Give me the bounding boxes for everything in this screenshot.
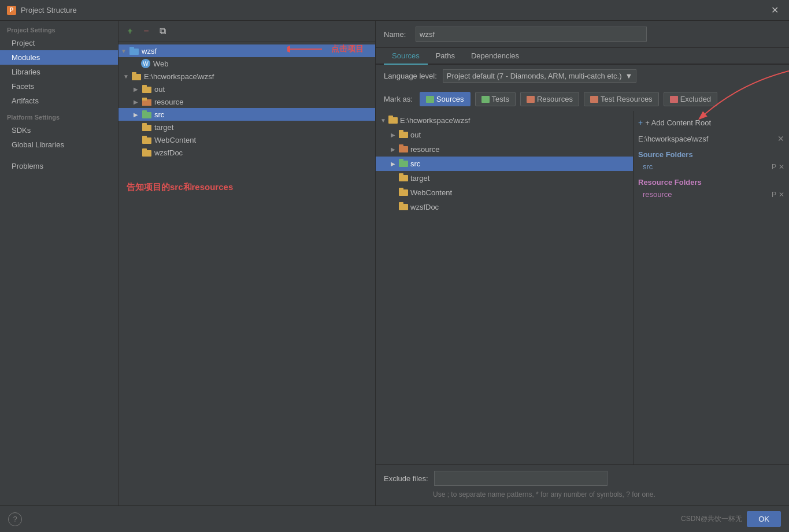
- copy-module-button[interactable]: ⧉: [155, 24, 169, 38]
- sources-tree-src[interactable]: ▶ src: [376, 157, 633, 171]
- sources-tree-root: ▼ E:\hcworkspace\wzsf: [376, 113, 633, 128]
- mark-excluded-button[interactable]: Excluded: [664, 92, 717, 106]
- project-settings-header: Project Settings: [0, 21, 118, 36]
- source-folder-src-label: src: [643, 162, 653, 171]
- annotation-click-text: 点击项目: [331, 44, 364, 54]
- excluded-mark-icon: [670, 96, 678, 103]
- tree-label-webcontent: WebContent: [154, 136, 196, 144]
- mark-test-resources-button[interactable]: Test Resources: [584, 92, 659, 106]
- tree-item-src[interactable]: ▶ src: [118, 108, 375, 121]
- tree-label-root-path: E:\hcworkspace\wzsf: [144, 72, 214, 81]
- main-content: Project Settings Project Modules Librari…: [0, 21, 789, 505]
- sidebar-item-sdks[interactable]: SDKs: [0, 123, 118, 137]
- tree-label-src: src: [154, 110, 164, 119]
- ok-button[interactable]: OK: [747, 511, 781, 527]
- red-arrow-svg: [287, 43, 328, 55]
- content-root-path-text: E:\hcworkspace\wzsf: [638, 135, 708, 143]
- sources-tree-resource[interactable]: ▶ resource: [376, 142, 633, 157]
- tab-dependencies[interactable]: Dependencies: [463, 48, 527, 65]
- sources-tree: ▼ E:\hcworkspace\wzsf ▶: [376, 111, 633, 464]
- tree-arrow-wzsf: ▼: [121, 48, 129, 54]
- mark-tests-button[interactable]: Tests: [475, 92, 516, 106]
- right-sidebar: + + Add Content Root E:\hcworkspace\wzsf…: [633, 111, 789, 464]
- folder-icon-target: [142, 122, 152, 132]
- close-button[interactable]: ✕: [768, 3, 782, 17]
- sidebar-item-global-libraries[interactable]: Global Libraries: [0, 137, 118, 152]
- remove-module-button[interactable]: −: [139, 24, 153, 38]
- sidebar-item-artifacts[interactable]: Artifacts: [0, 94, 118, 108]
- mark-tests-label: Tests: [492, 95, 509, 103]
- watermark-text: CSDN@共饮一杯无: [681, 514, 742, 524]
- resource-folder-label: resource: [643, 190, 672, 199]
- mark-as-row: Mark as: Sources Tests Resources Test Re…: [376, 87, 789, 111]
- sources-tree-wzsfdoc[interactable]: wzsfDoc: [376, 200, 633, 214]
- sources-webcontent-label: WebContent: [410, 188, 452, 197]
- add-content-root-button[interactable]: + + Add Content Root: [638, 116, 784, 129]
- action-bar: ? CSDN@共饮一杯无 OK: [0, 505, 789, 532]
- folder-icon-out: [142, 84, 152, 94]
- sidebar-item-project[interactable]: Project: [0, 36, 118, 50]
- sources-resource-label: resource: [410, 145, 440, 154]
- tab-paths[interactable]: Paths: [428, 48, 463, 65]
- tree-label-wzsf: wzsf: [142, 47, 157, 55]
- name-input[interactable]: [416, 27, 647, 42]
- sources-wzsfdoc-label: wzsfDoc: [410, 203, 439, 211]
- app-icon: P: [7, 6, 16, 15]
- sidebar-item-libraries[interactable]: Libraries: [0, 65, 118, 79]
- mark-resources-label: Resources: [537, 95, 573, 103]
- source-folder-p-button[interactable]: P: [772, 163, 776, 171]
- remove-content-root-button[interactable]: ✕: [777, 134, 784, 143]
- web-folder-icon: W: [140, 59, 151, 68]
- tree-item-target[interactable]: target: [118, 121, 375, 133]
- content-split: ▼ E:\hcworkspace\wzsf ▶: [376, 111, 789, 464]
- help-button[interactable]: ?: [8, 512, 22, 526]
- folder-icon-wzsf: [129, 46, 139, 55]
- sources-tree-webcontent[interactable]: WebContent: [376, 185, 633, 200]
- resources-mark-icon: [527, 96, 535, 103]
- add-module-button[interactable]: +: [123, 24, 137, 38]
- folder-icon-webcontent: [142, 135, 152, 144]
- tabs-row: Sources Paths Dependencies: [376, 48, 789, 65]
- sources-tree-out[interactable]: ▶ out: [376, 128, 633, 142]
- bottom-section: Exclude files: Use ; to separate name pa…: [376, 464, 789, 505]
- resource-folder-x-button[interactable]: ✕: [779, 191, 784, 199]
- sidebar-item-modules[interactable]: Modules: [0, 50, 118, 65]
- add-icon: +: [638, 118, 643, 127]
- tree-item-web[interactable]: W Web: [118, 57, 375, 70]
- window-title: Project Structure: [21, 6, 77, 14]
- title-bar: P Project Structure ✕: [0, 0, 789, 21]
- sidebar-item-problems[interactable]: Problems: [0, 159, 118, 173]
- sidebar-item-facets[interactable]: Facets: [0, 79, 118, 94]
- sidebar: Project Settings Project Modules Librari…: [0, 21, 118, 505]
- sources-tree-target[interactable]: target: [376, 171, 633, 185]
- language-level-select[interactable]: Project default (7 - Diamonds, ARM, mult…: [443, 69, 637, 83]
- dropdown-arrow-icon: ▼: [625, 72, 633, 80]
- sources-root-label: E:\hcworkspace\wzsf: [400, 116, 470, 125]
- annotation-click-project: 点击项目: [287, 43, 364, 55]
- project-tree: ▼ wzsf: [118, 42, 375, 505]
- folder-icon-root: [131, 72, 142, 81]
- mark-as-label: Mark as:: [384, 95, 413, 103]
- tree-item-resource[interactable]: ▶ resource: [118, 95, 375, 108]
- tree-label-resource: resource: [154, 98, 184, 106]
- source-folders-title: Source Folders: [638, 150, 784, 159]
- tree-item-wzsfdoc[interactable]: wzsfDoc: [118, 146, 375, 159]
- project-tree-panel: + − ⧉ ▼ wzsf: [118, 21, 376, 505]
- tree-label-target: target: [154, 123, 173, 132]
- tree-item-webcontent[interactable]: WebContent: [118, 133, 375, 146]
- mark-sources-button[interactable]: Sources: [420, 92, 471, 106]
- tree-item-root-path[interactable]: ▼ E:\hcworkspace\wzsf: [118, 70, 375, 83]
- language-level-label: Language level:: [384, 72, 437, 80]
- mark-resources-button[interactable]: Resources: [520, 92, 579, 106]
- name-row: Name:: [376, 21, 789, 48]
- folder-icon-sources-root: [388, 116, 398, 125]
- tree-label-out: out: [154, 85, 165, 94]
- exclude-files-input[interactable]: [434, 471, 608, 486]
- language-level-row: Language level: Project default (7 - Dia…: [376, 65, 789, 87]
- source-folder-x-button[interactable]: ✕: [779, 163, 784, 171]
- content-root-path-row: E:\hcworkspace\wzsf ✕: [638, 132, 784, 146]
- resource-folder-p-button[interactable]: P: [772, 191, 776, 199]
- tree-item-out[interactable]: ▶ out: [118, 83, 375, 95]
- exclude-files-row: Exclude files:: [384, 471, 781, 486]
- tab-sources[interactable]: Sources: [384, 48, 428, 65]
